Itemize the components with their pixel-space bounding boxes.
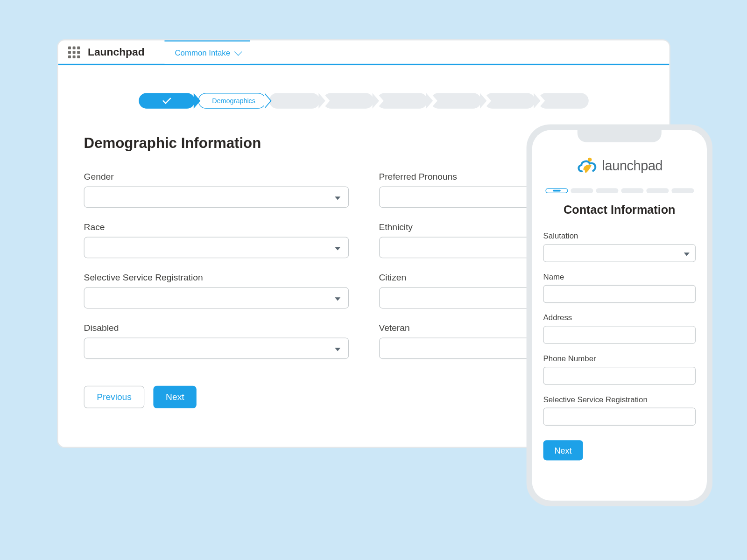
next-button[interactable]: Next: [154, 386, 197, 408]
mobile-name-input[interactable]: [543, 285, 696, 303]
brand-name: launchpad: [602, 158, 663, 174]
step-future[interactable]: [485, 93, 535, 109]
mobile-field-name: Name: [543, 272, 696, 303]
step-future[interactable]: [323, 93, 374, 109]
topbar: Launchpad Common Intake: [58, 40, 669, 65]
mobile-label-address: Address: [543, 313, 696, 322]
mobile-step-active[interactable]: [545, 188, 568, 193]
field-race: Race: [84, 222, 349, 258]
mobile-progress-steps: [543, 188, 696, 193]
caret-down-icon: [335, 247, 340, 250]
field-gender: Gender: [84, 172, 349, 208]
app-title: Launchpad: [88, 46, 145, 58]
mobile-step[interactable]: [646, 188, 669, 193]
mobile-next-button[interactable]: Next: [543, 440, 583, 460]
svg-point-0: [588, 158, 592, 162]
mobile-section-title: Contact Information: [543, 203, 696, 217]
step-future[interactable]: [538, 93, 589, 109]
step-current-label: Demographics: [212, 97, 255, 105]
mobile-next-button-label: Next: [555, 446, 572, 455]
mobile-address-input[interactable]: [543, 326, 696, 343]
app-launcher-icon[interactable]: [68, 40, 80, 63]
gender-select[interactable]: [84, 187, 349, 208]
previous-button[interactable]: Previous: [84, 386, 145, 408]
label-race: Race: [84, 222, 349, 232]
mobile-salutation-select[interactable]: [543, 244, 696, 262]
field-ssr: Selective Service Registration: [84, 273, 349, 308]
progress-steps: Demographics: [58, 93, 669, 109]
mobile-screen: launchpad Contact Information Salutation…: [532, 130, 707, 500]
brand-logo: launchpad: [543, 156, 696, 176]
label-gender: Gender: [84, 172, 349, 182]
mobile-field-salutation: Salutation: [543, 231, 696, 262]
cloud-person-icon: [576, 156, 599, 176]
mobile-label-ssr: Selective Service Registration: [543, 395, 696, 404]
step-completed[interactable]: [139, 93, 195, 109]
mobile-label-phone: Phone Number: [543, 354, 696, 363]
tab-common-intake[interactable]: Common Intake: [165, 40, 250, 64]
mobile-label-salutation: Salutation: [543, 231, 696, 240]
chevron-down-icon: [234, 48, 242, 56]
step-current[interactable]: Demographics: [198, 93, 266, 109]
mobile-device: launchpad Contact Information Salutation…: [527, 124, 712, 506]
previous-button-label: Previous: [97, 392, 132, 402]
phone-notch: [578, 130, 662, 142]
step-future[interactable]: [269, 93, 320, 109]
label-ssr: Selective Service Registration: [84, 273, 349, 283]
mobile-field-ssr: Selective Service Registration: [543, 395, 696, 426]
mobile-phone-input[interactable]: [543, 367, 696, 385]
mobile-step[interactable]: [596, 188, 618, 193]
mobile-field-address: Address: [543, 313, 696, 344]
ssr-select[interactable]: [84, 287, 349, 309]
tab-label: Common Intake: [175, 48, 230, 57]
step-future[interactable]: [377, 93, 427, 109]
mobile-label-name: Name: [543, 272, 696, 281]
mobile-step[interactable]: [671, 188, 694, 193]
mobile-ssr-input[interactable]: [543, 408, 696, 426]
caret-down-icon: [684, 252, 690, 256]
caret-down-icon: [335, 196, 340, 200]
field-disabled: Disabled: [84, 323, 349, 359]
mobile-step[interactable]: [571, 188, 593, 193]
caret-down-icon: [335, 297, 340, 301]
mobile-field-phone: Phone Number: [543, 354, 696, 385]
disabled-select[interactable]: [84, 338, 349, 359]
check-icon: [162, 95, 171, 104]
race-select[interactable]: [84, 237, 349, 259]
label-disabled: Disabled: [84, 323, 349, 333]
caret-down-icon: [335, 348, 340, 351]
step-future[interactable]: [431, 93, 481, 109]
next-button-label: Next: [166, 392, 184, 402]
mobile-step[interactable]: [621, 188, 643, 193]
